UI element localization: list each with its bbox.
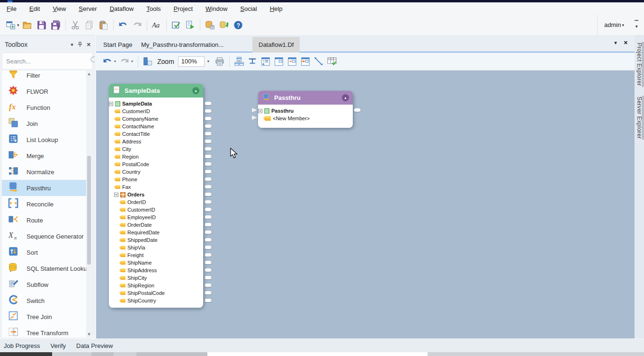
output-port[interactable] (205, 193, 211, 196)
tree-row-address[interactable]: Address (109, 138, 203, 145)
tree-row-shippostalcode[interactable]: ShipPostalCode (109, 289, 203, 297)
toolbox-item-tree-transform[interactable]: Tree Transform (2, 325, 86, 338)
draw-link-button[interactable] (312, 55, 325, 68)
output-port[interactable] (205, 276, 211, 279)
output-port[interactable] (205, 155, 211, 158)
tree-row-orders[interactable]: Orders (109, 191, 203, 198)
pin-icon[interactable] (78, 42, 82, 48)
window-position-icon[interactable]: ▾ (71, 42, 73, 48)
output-port[interactable] (205, 231, 211, 234)
tree-row-customerid[interactable]: CustomerID (109, 206, 203, 214)
cut-button[interactable] (68, 18, 82, 32)
output-port[interactable] (205, 223, 211, 226)
tree-row-freight[interactable]: Freight (109, 251, 203, 259)
toolbox-item-sort[interactable]: Sort (2, 244, 86, 260)
menu-help[interactable]: Help (270, 5, 283, 12)
tree-row-requireddate[interactable]: RequiredDate (109, 229, 203, 236)
toolbox-item-join[interactable]: Join (2, 116, 86, 132)
collapse-node-icon[interactable]: ▲ (192, 87, 199, 94)
menu-tools[interactable]: Tools (146, 5, 161, 12)
save-all-button[interactable] (49, 18, 63, 32)
close-icon[interactable]: ✕ (87, 42, 91, 48)
output-port[interactable] (205, 246, 211, 249)
tree-row-employeeid[interactable]: EmployeeID (109, 214, 203, 221)
input-port[interactable] (252, 108, 257, 112)
collapse-expander-icon[interactable] (114, 193, 118, 197)
toolbox-item-subflow[interactable]: Subflow (2, 276, 86, 293)
status-job-progress[interactable]: Job Progress (4, 342, 40, 349)
scroll-up-icon[interactable]: ▲ (86, 71, 92, 77)
tree-row-fax[interactable]: Fax (109, 183, 203, 191)
tree-row-shipaddress[interactable]: ShipAddress (109, 267, 203, 274)
new-item-dropdown-caret[interactable]: ▾ (17, 23, 19, 27)
menu-server[interactable]: Server (79, 5, 97, 12)
node-sampledata-header[interactable]: <> SampleData ▲ (109, 84, 203, 98)
toolbox-item-list-lookup[interactable]: List Lookup (2, 132, 86, 148)
copy-button[interactable] (82, 18, 97, 32)
zoom-select[interactable]: 100% (178, 56, 205, 67)
toolbox-scrollbar[interactable]: ▲ ▼ (86, 71, 92, 338)
output-port[interactable] (205, 284, 211, 287)
undo-button[interactable] (101, 55, 114, 68)
undo-dropdown-caret[interactable]: ▾ (114, 59, 116, 63)
toolbox-item-sequence-generator[interactable]: Sequence Generator (2, 228, 86, 244)
tab-dataflow1-df[interactable]: Dataflow1.Df (252, 37, 300, 53)
toolbox-item-merge[interactable]: Merge (2, 148, 86, 164)
tree-row-orderdate[interactable]: OrderDate (109, 221, 203, 229)
toolbox-item-passthru[interactable]: Passthru (2, 180, 86, 196)
menu-project[interactable]: Project (174, 5, 193, 12)
align-center-button[interactable] (246, 55, 259, 68)
tree-row-shipregion[interactable]: ShipRegion (109, 282, 203, 289)
tab-start-page[interactable]: Start Page (97, 37, 138, 53)
output-port[interactable] (354, 108, 360, 112)
output-port[interactable] (205, 102, 211, 105)
rail-tab-server-explorer[interactable]: Server Explorer (635, 94, 644, 142)
scrollbar-thumb[interactable] (87, 156, 91, 265)
expand-nodes-button[interactable] (286, 55, 299, 68)
undo-button[interactable] (116, 18, 130, 32)
collapse-expander-icon[interactable] (109, 102, 113, 106)
toolbox-item-sql-statement-lookup[interactable]: SQL Statement Lookup (2, 260, 86, 276)
output-port[interactable] (205, 132, 211, 135)
redo-button[interactable] (130, 18, 144, 32)
output-port[interactable] (205, 109, 211, 113)
output-port[interactable] (205, 215, 211, 219)
preview-data-button[interactable] (325, 55, 339, 68)
tree-row-orderid[interactable]: OrderID (109, 198, 203, 206)
collapse-node-icon[interactable]: ▲ (342, 94, 349, 101)
tree-row-shipvia[interactable]: ShipVia (109, 244, 203, 251)
dataflow-canvas[interactable]: <> SampleData ▲ SampleDataCustomerIDComp… (96, 71, 635, 338)
import-data-button[interactable] (217, 18, 231, 32)
toolbox-item-tree-join[interactable]: Tree Join (2, 309, 86, 325)
font-button[interactable] (150, 18, 164, 32)
output-port[interactable] (205, 147, 211, 151)
tree-row-new-member[interactable]: <New Member> (258, 115, 353, 122)
tree-row-shipname[interactable]: ShipName (109, 259, 203, 267)
toolbar-overflow-button[interactable]: ▔▾ (635, 21, 638, 28)
database-lookup-button[interactable] (203, 18, 217, 32)
run-dataflow-button[interactable] (183, 18, 197, 32)
bottom-scrollbar[interactable] (0, 352, 644, 356)
output-port[interactable] (205, 200, 211, 204)
zoom-dropdown-caret[interactable]: ▾ (207, 59, 209, 63)
output-port[interactable] (205, 185, 211, 188)
scroll-down-icon[interactable]: ▼ (86, 331, 92, 338)
node-sampledata[interactable]: <> SampleData ▲ SampleDataCustomerIDComp… (109, 84, 203, 308)
tree-row-region[interactable]: Region (109, 153, 203, 160)
output-port[interactable] (205, 178, 211, 181)
node-passthru-header[interactable]: Passthru ▲ (258, 91, 353, 105)
toolbox-item-reconcile[interactable]: Reconcile (2, 196, 86, 212)
menu-file[interactable]: File (7, 5, 17, 12)
paste-button[interactable] (97, 18, 111, 32)
verify-button[interactable] (169, 18, 183, 32)
output-port[interactable] (205, 140, 211, 143)
toolbox-item-route[interactable]: Route (2, 212, 86, 228)
tree-row-country[interactable]: Country (109, 168, 203, 176)
tree-row-companyname[interactable]: CompanyName (109, 115, 203, 123)
status-verify[interactable]: Verify (51, 342, 66, 349)
output-port[interactable] (205, 253, 211, 257)
tree-row-postalcode[interactable]: PostalCode (109, 160, 203, 168)
output-port[interactable] (205, 238, 211, 241)
menu-edit[interactable]: Edit (29, 5, 40, 12)
menu-dataflow[interactable]: Dataflow (110, 5, 134, 12)
